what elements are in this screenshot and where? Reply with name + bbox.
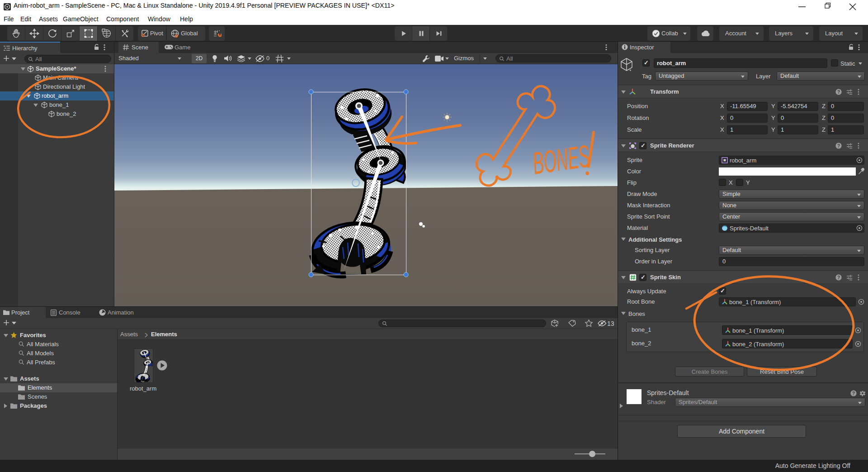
- svg-text:?: ?: [837, 90, 840, 95]
- svg-text:?: ?: [837, 275, 840, 280]
- svg-text:?: ?: [837, 143, 840, 148]
- svg-text:?: ?: [852, 391, 855, 396]
